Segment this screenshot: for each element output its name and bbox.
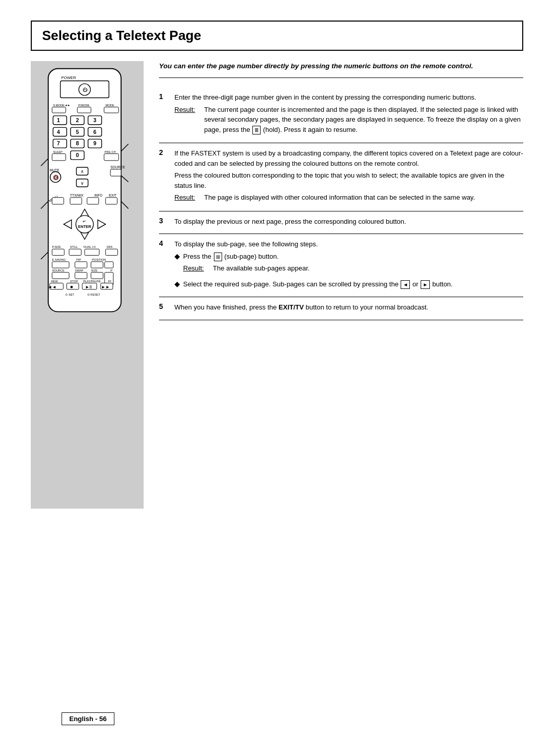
svg-text:POSITION: POSITION — [92, 258, 106, 261]
svg-text:■: ■ — [70, 284, 73, 289]
svg-rect-54 — [106, 198, 117, 204]
svg-rect-52 — [70, 198, 82, 204]
svg-text:ENTER: ENTER — [78, 224, 91, 229]
svg-rect-76 — [52, 262, 69, 268]
step-1-result-text: The current page counter is incremented … — [204, 105, 523, 135]
svg-text:0: 0 — [76, 152, 79, 158]
step-3-number: 3 — [159, 217, 170, 229]
svg-line-72 — [41, 252, 48, 259]
step-2-content: If the FASTEXT system is used by a broad… — [174, 148, 523, 206]
step-4-bullet-1: ◆ Press the ⊞ (sub-page) button. Result:… — [174, 251, 523, 277]
title-banner: Selecting a Teletext Page — [31, 21, 523, 51]
svg-text:4: 4 — [57, 129, 60, 135]
svg-text:1: 1 — [57, 118, 60, 123]
svg-text:∧: ∧ — [81, 168, 84, 174]
svg-text:SWAP: SWAP — [75, 269, 84, 272]
step-1-content: Enter the three-digit page number given … — [174, 92, 523, 138]
svg-text:8: 8 — [76, 141, 79, 146]
svg-text:↵: ↵ — [83, 219, 87, 224]
spacer — [0, 509, 554, 692]
svg-rect-70 — [85, 249, 99, 255]
svg-line-36 — [121, 144, 128, 151]
svg-text:P.SIZE: P.SIZE — [52, 245, 61, 248]
svg-rect-9 — [77, 107, 91, 113]
step-1-result: Result: The current page counter is incr… — [174, 105, 523, 135]
svg-text:SOURCE: SOURCE — [52, 269, 65, 272]
page-wrapper: Selecting a Teletext Page POWER ⏻ S — [0, 0, 554, 756]
page-title: Selecting a Teletext Page — [42, 28, 512, 44]
svg-rect-53 — [87, 198, 99, 204]
svg-line-35 — [41, 159, 48, 166]
svg-rect-68 — [52, 249, 65, 255]
svg-text:2: 2 — [76, 118, 79, 123]
svg-text:3: 3 — [93, 118, 96, 123]
svg-rect-79 — [105, 262, 113, 268]
svg-line-56 — [121, 201, 128, 208]
svg-line-55 — [41, 201, 48, 208]
svg-text:⏻: ⏻ — [83, 87, 88, 92]
svg-text:9: 9 — [93, 141, 96, 146]
svg-rect-31 — [52, 154, 66, 161]
svg-text:6: 6 — [93, 129, 96, 135]
step-4-number: 4 — [159, 239, 170, 292]
main-content: POWER ⏻ S.MODE◄► P.MODE MODE 1 2 — [31, 61, 523, 509]
svg-rect-85 — [75, 273, 87, 279]
step-3: 3 To display the previous or next page, … — [159, 211, 523, 235]
svg-text:STOP: STOP — [70, 280, 78, 283]
subpage-icon: ⊞ — [214, 253, 222, 261]
svg-text:MUTE: MUTE — [50, 168, 60, 172]
svg-text:⊙ RESET: ⊙ RESET — [87, 293, 101, 296]
left-panel: POWER ⏻ S.MODE◄► P.MODE MODE 1 2 — [31, 61, 144, 509]
step-5-content: When you have finished, press the EXIT/T… — [174, 302, 523, 315]
prev-icon: ◄ — [401, 280, 410, 289]
step-4-bullet-1-result-text: The available sub-pages appear. — [213, 263, 523, 274]
svg-text:REW: REW — [51, 280, 58, 283]
remote-svg: POWER ⏻ S.MODE◄► P.MODE MODE 1 2 — [38, 66, 131, 319]
svg-text:🔇: 🔇 — [53, 175, 59, 181]
svg-text:P.MODE: P.MODE — [78, 104, 90, 107]
step-4-main-text: To display the sub-page, see the followi… — [174, 239, 523, 249]
svg-text:►II: ►II — [85, 284, 92, 289]
svg-rect-8 — [52, 107, 66, 113]
svg-rect-45 — [110, 169, 121, 176]
next-icon: ► — [421, 280, 430, 289]
svg-text:P: P — [110, 269, 112, 272]
step-4-bullet-2-text: Select the required sub-page. Sub-pages … — [183, 280, 452, 288]
svg-text:7: 7 — [57, 141, 60, 146]
step-1-main-text: Enter the three-digit page number given … — [174, 92, 523, 103]
step-4-bullet-2: ◆ Select the required sub-page. Sub-page… — [174, 279, 523, 289]
svg-text:EXIT: EXIT — [109, 193, 116, 197]
steps-list: 1 Enter the three-digit page number give… — [159, 87, 523, 320]
step-1-result-label: Result: — [174, 105, 200, 135]
svg-text:TTX/MIX: TTX/MIX — [70, 193, 84, 197]
svg-rect-34 — [104, 154, 118, 161]
step-4: 4 To display the sub-page, see the follo… — [159, 234, 523, 297]
step-4-bullet-2-content: Select the required sub-page. Sub-pages … — [183, 279, 523, 289]
svg-text:POWER: POWER — [62, 75, 76, 80]
svg-rect-77 — [75, 262, 87, 268]
step-4-bullet-1-content: Press the ⊞ (sub-page) button. Result: T… — [183, 251, 523, 277]
svg-text:∨: ∨ — [81, 180, 84, 186]
step-3-content: To display the previous or next page, pr… — [174, 217, 523, 229]
step-4-bullet-1-result-label: Result: — [183, 263, 209, 274]
svg-text:5: 5 — [76, 129, 79, 135]
step-3-main-text: To display the previous or next page, pr… — [174, 217, 523, 227]
step-1: 1 Enter the three-digit page number give… — [159, 87, 523, 143]
svg-text:FF: FF — [108, 280, 111, 283]
step-4-bullet-1-text: Press the ⊞ (sub-page) button. — [183, 253, 279, 260]
remote-control-image: POWER ⏻ S.MODE◄► P.MODE MODE 1 2 — [38, 66, 136, 321]
svg-text:◄◄: ◄◄ — [48, 284, 56, 289]
step-4-bullet-1-result: Result: The available sub-pages appear. — [183, 263, 523, 274]
svg-rect-86 — [91, 273, 103, 279]
svg-rect-69 — [69, 249, 82, 255]
svg-line-46 — [121, 176, 128, 182]
step-1-number: 1 — [159, 92, 170, 138]
svg-text:SIZE: SIZE — [91, 269, 97, 272]
svg-text:STILL: STILL — [70, 245, 78, 248]
svg-rect-51 — [52, 198, 64, 204]
bullet-diamond-icon-1: ◆ — [174, 251, 180, 262]
svg-text:S.MODE◄►: S.MODE◄► — [53, 104, 70, 107]
svg-text:INFO: INFO — [94, 193, 103, 197]
step-2-result-text: The page is displayed with other coloure… — [204, 192, 523, 203]
hold-icon: ≣ — [252, 126, 261, 134]
